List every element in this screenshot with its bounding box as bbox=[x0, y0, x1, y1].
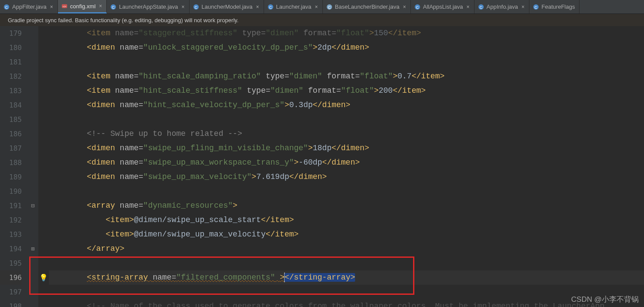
line-number: 198 bbox=[0, 299, 22, 307]
line-number: 194 bbox=[0, 242, 22, 256]
code-line[interactable] bbox=[68, 184, 644, 199]
class-file-icon: C bbox=[326, 4, 332, 10]
line-number: 187 bbox=[0, 141, 22, 155]
line-number: 191 bbox=[0, 199, 22, 213]
svg-text:</>: </> bbox=[62, 5, 66, 8]
tab-label: config.xml bbox=[70, 3, 96, 10]
code-line[interactable]: <dimen name="hint_scale_velocity_dp_per_… bbox=[68, 98, 644, 112]
code-line[interactable] bbox=[68, 55, 644, 69]
line-number: 195 bbox=[0, 256, 22, 270]
code-line[interactable] bbox=[68, 256, 644, 270]
tab-baselauncherbinder-java[interactable]: CBaseLauncherBinder.java× bbox=[323, 0, 411, 13]
class-file-icon: C bbox=[414, 4, 420, 10]
tab-appfilter-java[interactable]: CAppFilter.java× bbox=[0, 0, 58, 13]
editor-tabbar: CAppFilter.java×</>config.xml×CLauncherA… bbox=[0, 0, 644, 14]
infobar-text: Gradle project sync failed. Basic functi… bbox=[8, 17, 238, 24]
editor[interactable]: 1791801811821831841851861871881891901911… bbox=[0, 26, 644, 307]
code-line[interactable]: <dimen name="swipe_up_fling_min_visible_… bbox=[68, 141, 644, 155]
close-icon[interactable]: × bbox=[256, 4, 259, 10]
code-line[interactable]: <array name="dynamic_resources"> bbox=[68, 199, 644, 213]
tab-launcher-java[interactable]: CLauncher.java× bbox=[264, 0, 323, 13]
class-file-icon: C bbox=[193, 4, 199, 10]
line-number: 184 bbox=[0, 98, 22, 112]
svg-text:C: C bbox=[112, 5, 115, 9]
svg-text:C: C bbox=[416, 5, 419, 9]
close-icon[interactable]: × bbox=[522, 4, 525, 10]
line-number: 185 bbox=[0, 112, 22, 127]
intention-bulb-icon[interactable]: 💡 bbox=[39, 273, 48, 282]
svg-text:C: C bbox=[328, 5, 330, 9]
code-line[interactable]: <dimen name="swipe_up_max_velocity">7.61… bbox=[68, 170, 644, 184]
tab-launcherappstate-java[interactable]: CLauncherAppState.java× bbox=[107, 0, 189, 13]
close-icon[interactable]: × bbox=[315, 4, 318, 10]
tab-config-xml[interactable]: </>config.xml× bbox=[58, 0, 107, 13]
line-number: 186 bbox=[0, 127, 22, 141]
tab-label: BaseLauncherBinder.java bbox=[335, 3, 400, 10]
code-line[interactable]: </array> bbox=[68, 242, 644, 256]
code-line[interactable]: <item name="hint_scale_stiffness" type="… bbox=[68, 84, 644, 98]
code-line[interactable]: <item>@dimen/swipe_up_max_velocity</item… bbox=[68, 227, 644, 242]
code-line[interactable]: <string-array name="filtered_components"… bbox=[68, 270, 644, 285]
code-line[interactable] bbox=[68, 112, 644, 127]
line-number: 192 bbox=[0, 213, 22, 227]
code-area[interactable]: <item name="staggered_stiffness" type="d… bbox=[49, 26, 644, 307]
svg-text:C: C bbox=[535, 5, 537, 9]
tab-label: AppInfo.java bbox=[487, 3, 518, 10]
line-number: 188 bbox=[0, 155, 22, 170]
tab-label: Launcher.java bbox=[276, 3, 312, 10]
fold-column[interactable]: ⊟⊞ bbox=[31, 26, 38, 307]
close-icon[interactable]: × bbox=[99, 3, 102, 9]
line-number: 196 bbox=[0, 270, 22, 285]
tab-label: AllAppsList.java bbox=[423, 3, 463, 10]
tab-launchermodel-java[interactable]: CLauncherModel.java× bbox=[190, 0, 264, 13]
code-line[interactable]: <item name="hint_scale_damping_ratio" ty… bbox=[68, 69, 644, 84]
tab-label: LauncherModel.java bbox=[202, 3, 253, 10]
code-line[interactable]: <!-- Name of the class used to generate … bbox=[68, 299, 644, 307]
svg-text:C: C bbox=[479, 5, 482, 9]
class-file-icon: C bbox=[533, 4, 539, 10]
line-number: 190 bbox=[0, 184, 22, 199]
svg-text:C: C bbox=[269, 5, 271, 9]
fold-open-icon[interactable]: ⊟ bbox=[31, 203, 37, 209]
line-number: 179 bbox=[0, 26, 22, 40]
line-number: 181 bbox=[0, 55, 22, 69]
class-file-icon: C bbox=[478, 4, 484, 10]
close-icon[interactable]: × bbox=[50, 4, 53, 10]
tab-appinfo-java[interactable]: CAppInfo.java× bbox=[475, 0, 529, 13]
intention-column[interactable]: 💡 bbox=[38, 26, 49, 307]
close-icon[interactable]: × bbox=[403, 4, 406, 10]
line-number: 180 bbox=[0, 40, 22, 55]
tab-label: FeatureFlags bbox=[542, 3, 575, 10]
code-line[interactable]: <!-- Swipe up to home related --> bbox=[68, 127, 644, 141]
tab-featureflags[interactable]: CFeatureFlags bbox=[529, 0, 580, 13]
class-file-icon: C bbox=[268, 4, 274, 10]
line-number-gutter: 1791801811821831841851861871881891901911… bbox=[0, 26, 31, 307]
line-number: 193 bbox=[0, 227, 22, 242]
tab-allappslist-java[interactable]: CAllAppsList.java× bbox=[411, 0, 475, 13]
fold-close-icon[interactable]: ⊞ bbox=[31, 246, 37, 252]
tab-label: AppFilter.java bbox=[12, 3, 47, 10]
class-file-icon: C bbox=[110, 4, 116, 10]
line-number: 182 bbox=[0, 69, 22, 84]
watermark: CSDN @小李不背锅 bbox=[571, 294, 639, 304]
svg-text:C: C bbox=[5, 5, 8, 9]
code-line[interactable]: <item>@dimen/swipe_up_scale_start</item> bbox=[68, 213, 644, 227]
line-number: 189 bbox=[0, 170, 22, 184]
xml-file-icon: </> bbox=[61, 3, 68, 9]
code-line[interactable]: <dimen name="swipe_up_max_workspace_tran… bbox=[68, 155, 644, 170]
close-icon[interactable]: × bbox=[467, 4, 470, 10]
code-line[interactable] bbox=[68, 285, 644, 299]
gradle-sync-failed-bar: Gradle project sync failed. Basic functi… bbox=[0, 14, 644, 26]
svg-text:C: C bbox=[194, 5, 197, 9]
line-number: 183 bbox=[0, 84, 22, 98]
class-file-icon: C bbox=[3, 4, 10, 10]
code-line[interactable]: <item name="staggered_stiffness" type="d… bbox=[68, 26, 644, 40]
code-line[interactable]: <dimen name="unlock_staggered_velocity_d… bbox=[68, 40, 644, 55]
close-icon[interactable]: × bbox=[181, 4, 184, 10]
line-number: 197 bbox=[0, 285, 22, 299]
tab-label: LauncherAppState.java bbox=[119, 3, 178, 10]
